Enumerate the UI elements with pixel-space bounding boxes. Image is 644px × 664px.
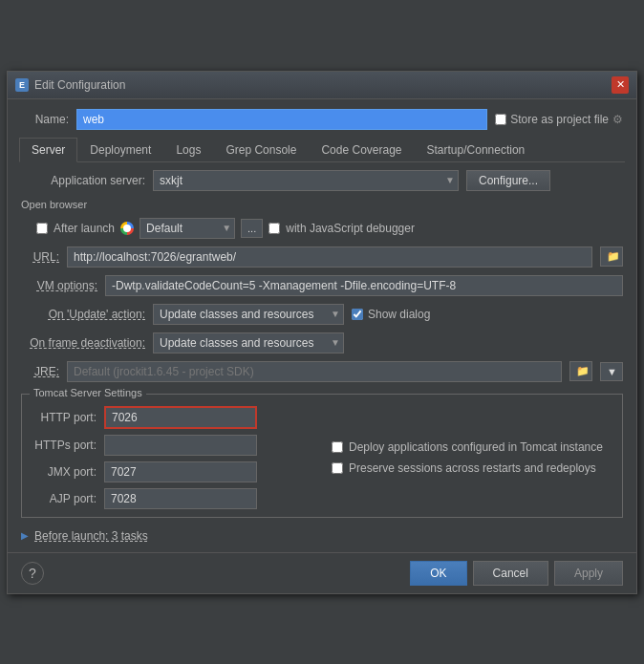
gear-icon: ⚙ (612, 113, 623, 126)
browser-dots-button[interactable]: ... (241, 219, 263, 238)
deploy-apps-checkbox[interactable] (332, 441, 343, 453)
footer-buttons: OK Cancel Apply (410, 561, 623, 586)
js-debugger-label: with JavaScript debugger (286, 222, 415, 235)
preserve-sessions-row: Preserve sessions across restarts and re… (332, 461, 614, 475)
url-folder-button[interactable]: 📁 (600, 246, 623, 267)
store-project-checkbox[interactable] (495, 114, 506, 125)
deploy-apps-row: Deploy applications configured in Tomcat… (332, 440, 614, 454)
js-debugger-checkbox[interactable] (268, 223, 280, 234)
tomcat-group: Tomcat Server Settings HTTP port: HTTPs … (21, 394, 623, 518)
http-port-row: HTTP port: (30, 406, 320, 429)
https-port-row: HTTPs port: (30, 435, 320, 456)
dialog-title: Edit Configuration (34, 78, 125, 92)
jre-dropdown-button[interactable]: ▼ (600, 362, 623, 381)
vm-options-label: VM options: (21, 279, 97, 292)
title-bar-left: E Edit Configuration (15, 78, 125, 92)
on-frame-deactivation-row: On frame deactivation: Update classes an… (21, 332, 623, 353)
ajp-port-label: AJP port: (30, 492, 97, 505)
jmx-port-row: JMX port: (30, 461, 320, 482)
ajp-port-row: AJP port: (30, 488, 320, 509)
open-browser-label: Open browser (21, 199, 623, 210)
jre-label: JRE: (21, 365, 59, 378)
jre-input[interactable] (67, 361, 562, 382)
deploy-check-col: Deploy applications configured in Tomcat… (324, 406, 614, 509)
url-input[interactable] (67, 246, 592, 268)
cancel-button[interactable]: Cancel (473, 561, 548, 586)
app-server-select-wrapper: sxkjt ▼ (153, 170, 459, 191)
jmx-port-input[interactable] (104, 461, 257, 482)
app-server-label: Application server: (21, 174, 145, 187)
name-input[interactable] (76, 109, 487, 130)
close-button[interactable]: ✕ (612, 76, 629, 94)
tab-code-coverage[interactable]: Code Coverage (309, 138, 414, 161)
http-port-input[interactable] (104, 406, 257, 429)
jre-row: JRE: 📁 ▼ (21, 361, 623, 382)
tab-server[interactable]: Server (19, 138, 77, 162)
chrome-icon (120, 222, 134, 235)
name-row: Name: Store as project file ⚙ (21, 109, 623, 130)
name-label: Name: (21, 113, 69, 126)
preserve-sessions-label: Preserve sessions across restarts and re… (349, 461, 596, 475)
https-port-input[interactable] (104, 435, 257, 456)
tabs-bar: Server Deployment Logs Grep Console Code… (19, 138, 625, 162)
before-launch-label: Before launch: 3 tasks (34, 529, 148, 543)
store-project-row: Store as project file ⚙ (495, 113, 623, 126)
help-button[interactable]: ? (21, 562, 44, 585)
apply-button[interactable]: Apply (554, 561, 623, 586)
tab-grep-console[interactable]: Grep Console (213, 138, 309, 161)
edit-configuration-dialog: E Edit Configuration ✕ Name: Store as pr… (7, 71, 637, 594)
show-dialog-label: Show dialog (368, 308, 430, 321)
app-server-row: Application server: sxkjt ▼ Configure... (21, 170, 623, 191)
https-port-label: HTTPs port: (30, 439, 97, 452)
tab-logs[interactable]: Logs (163, 138, 213, 161)
url-label: URL: (21, 250, 59, 264)
ok-button[interactable]: OK (410, 561, 466, 586)
after-launch-row: After launch Default ▼ ... with JavaScri… (21, 218, 623, 239)
tomcat-group-label: Tomcat Server Settings (30, 387, 146, 398)
on-update-row: On 'Update' action: Update classes and r… (21, 304, 623, 325)
on-update-label: On 'Update' action: (21, 308, 145, 321)
on-update-select[interactable]: Update classes and resources (153, 304, 344, 325)
footer: ? OK Cancel Apply (8, 552, 636, 593)
browser-select-wrapper: Default ▼ (140, 218, 235, 239)
browser-select[interactable]: Default (140, 218, 235, 239)
url-row: URL: 📁 (21, 246, 623, 268)
http-port-label: HTTP port: (30, 411, 97, 424)
configure-button[interactable]: Configure... (466, 170, 550, 191)
show-dialog-row: Show dialog (352, 308, 430, 321)
on-frame-deactivation-select[interactable]: Update classes and resources (153, 332, 344, 353)
app-server-select[interactable]: sxkjt (153, 170, 459, 191)
tab-startup-connection[interactable]: Startup/Connection (415, 138, 538, 161)
after-launch-label: After launch (54, 222, 115, 235)
jre-folder-button[interactable]: 📁 (569, 361, 592, 381)
on-frame-select-wrapper: Update classes and resources ▼ (153, 332, 344, 353)
on-frame-deactivation-label: On frame deactivation: (21, 336, 145, 350)
store-project-label: Store as project file (510, 113, 609, 126)
expand-icon[interactable]: ▶ (21, 530, 29, 541)
preserve-sessions-checkbox[interactable] (332, 462, 343, 474)
deploy-apps-label: Deploy applications configured in Tomcat… (349, 440, 603, 454)
jmx-port-label: JMX port: (30, 465, 97, 479)
show-dialog-checkbox[interactable] (352, 309, 363, 320)
on-update-select-wrapper: Update classes and resources ▼ (153, 304, 344, 325)
vm-options-row: VM options: (21, 275, 623, 296)
before-launch-row: ▶ Before launch: 3 tasks (21, 529, 623, 543)
vm-options-input[interactable] (105, 275, 623, 296)
ajp-port-input[interactable] (104, 488, 257, 509)
dialog-icon: E (15, 78, 29, 92)
title-bar: E Edit Configuration ✕ (8, 72, 636, 99)
open-browser-section: Open browser After launch Default ▼ ... … (21, 199, 623, 239)
dialog-body: Name: Store as project file ⚙ Server Dep… (8, 99, 636, 552)
after-launch-checkbox[interactable] (36, 223, 48, 234)
tab-deployment[interactable]: Deployment (77, 138, 163, 161)
